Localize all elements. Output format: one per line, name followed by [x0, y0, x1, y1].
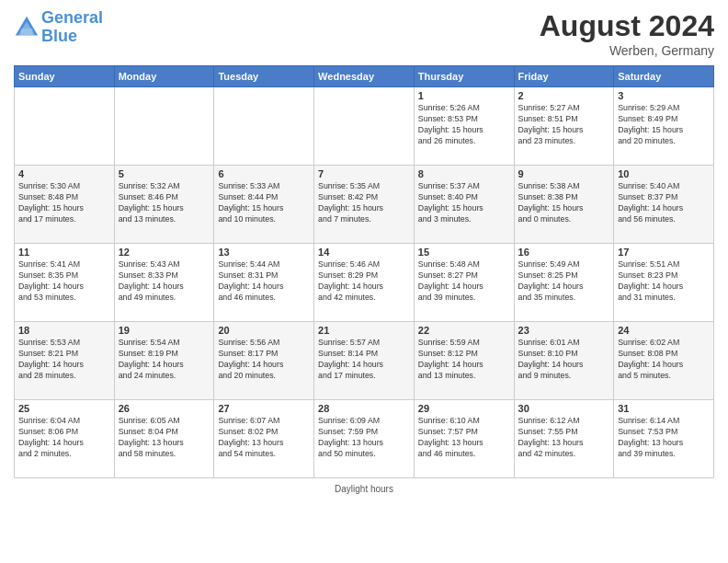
day-number: 23 — [518, 325, 610, 336]
day-cell: 19Sunrise: 5:54 AM Sunset: 8:19 PM Dayli… — [114, 322, 214, 400]
day-number: 4 — [18, 168, 110, 179]
day-number: 5 — [119, 168, 210, 179]
day-header-sunday: Sunday — [15, 66, 115, 87]
calendar-header-row: SundayMondayTuesdayWednesdayThursdayFrid… — [15, 66, 714, 87]
day-number: 31 — [618, 403, 710, 414]
day-number: 12 — [119, 247, 210, 258]
day-number: 13 — [218, 247, 310, 258]
day-info: Sunrise: 6:07 AM Sunset: 8:02 PM Dayligh… — [218, 416, 310, 460]
day-info: Sunrise: 6:10 AM Sunset: 7:57 PM Dayligh… — [418, 416, 510, 460]
day-cell: 25Sunrise: 6:04 AM Sunset: 8:06 PM Dayli… — [15, 400, 115, 478]
day-number: 20 — [218, 325, 310, 336]
logo-blue: Blue — [41, 27, 77, 45]
day-number: 7 — [318, 168, 410, 179]
day-info: Sunrise: 6:04 AM Sunset: 8:06 PM Dayligh… — [18, 416, 110, 460]
day-number: 29 — [418, 403, 510, 414]
day-info: Sunrise: 5:35 AM Sunset: 8:42 PM Dayligh… — [318, 181, 410, 225]
day-cell: 3Sunrise: 5:29 AM Sunset: 8:49 PM Daylig… — [614, 87, 714, 166]
day-cell: 4Sunrise: 5:30 AM Sunset: 8:48 PM Daylig… — [15, 166, 115, 244]
day-cell — [214, 87, 314, 166]
day-number: 30 — [518, 403, 610, 414]
logo-icon — [14, 15, 40, 40]
week-row-4: 18Sunrise: 5:53 AM Sunset: 8:21 PM Dayli… — [15, 322, 714, 400]
day-info: Sunrise: 5:32 AM Sunset: 8:46 PM Dayligh… — [119, 181, 210, 225]
day-number: 16 — [518, 247, 610, 258]
day-info: Sunrise: 5:30 AM Sunset: 8:48 PM Dayligh… — [18, 181, 110, 225]
day-header-monday: Monday — [114, 66, 214, 87]
day-cell: 22Sunrise: 5:59 AM Sunset: 8:12 PM Dayli… — [414, 322, 514, 400]
day-number: 9 — [518, 168, 610, 179]
day-cell: 29Sunrise: 6:10 AM Sunset: 7:57 PM Dayli… — [414, 400, 514, 478]
week-row-1: 1Sunrise: 5:26 AM Sunset: 8:53 PM Daylig… — [15, 87, 714, 166]
day-number: 15 — [418, 247, 510, 258]
day-cell: 21Sunrise: 5:57 AM Sunset: 8:14 PM Dayli… — [314, 322, 415, 400]
day-info: Sunrise: 5:40 AM Sunset: 8:37 PM Dayligh… — [618, 181, 710, 225]
day-cell: 8Sunrise: 5:37 AM Sunset: 8:40 PM Daylig… — [414, 166, 514, 244]
day-cell: 16Sunrise: 5:49 AM Sunset: 8:25 PM Dayli… — [514, 244, 614, 322]
day-info: Sunrise: 5:33 AM Sunset: 8:44 PM Dayligh… — [218, 181, 310, 225]
day-cell — [15, 87, 115, 166]
day-number: 26 — [119, 403, 210, 414]
day-header-thursday: Thursday — [414, 66, 514, 87]
svg-rect-2 — [20, 29, 32, 35]
day-cell: 10Sunrise: 5:40 AM Sunset: 8:37 PM Dayli… — [614, 166, 714, 244]
day-info: Sunrise: 6:05 AM Sunset: 8:04 PM Dayligh… — [119, 416, 210, 460]
day-number: 19 — [119, 325, 210, 336]
day-cell: 14Sunrise: 5:46 AM Sunset: 8:29 PM Dayli… — [314, 244, 415, 322]
day-info: Sunrise: 5:37 AM Sunset: 8:40 PM Dayligh… — [418, 181, 510, 225]
day-info: Sunrise: 6:12 AM Sunset: 7:55 PM Dayligh… — [518, 416, 610, 460]
calendar-table: SundayMondayTuesdayWednesdayThursdayFrid… — [14, 65, 714, 478]
day-cell: 2Sunrise: 5:27 AM Sunset: 8:51 PM Daylig… — [514, 87, 614, 166]
day-number: 25 — [18, 403, 110, 414]
logo-general: General — [41, 8, 103, 27]
day-info: Sunrise: 6:14 AM Sunset: 7:53 PM Dayligh… — [618, 416, 710, 460]
logo: General Blue — [14, 9, 103, 46]
logo-text: General Blue — [41, 9, 103, 46]
footer: Daylight hours — [14, 484, 714, 494]
day-info: Sunrise: 6:09 AM Sunset: 7:59 PM Dayligh… — [318, 416, 410, 460]
day-info: Sunrise: 5:26 AM Sunset: 8:53 PM Dayligh… — [418, 103, 510, 147]
day-info: Sunrise: 5:43 AM Sunset: 8:33 PM Dayligh… — [119, 259, 210, 304]
day-cell: 27Sunrise: 6:07 AM Sunset: 8:02 PM Dayli… — [214, 400, 314, 478]
week-row-2: 4Sunrise: 5:30 AM Sunset: 8:48 PM Daylig… — [15, 166, 714, 244]
day-cell — [314, 87, 415, 166]
day-info: Sunrise: 5:44 AM Sunset: 8:31 PM Dayligh… — [218, 259, 310, 304]
day-number: 1 — [418, 90, 510, 101]
week-row-3: 11Sunrise: 5:41 AM Sunset: 8:35 PM Dayli… — [15, 244, 714, 322]
day-number: 24 — [618, 325, 710, 336]
day-info: Sunrise: 5:49 AM Sunset: 8:25 PM Dayligh… — [518, 259, 610, 304]
day-cell — [114, 87, 214, 166]
day-number: 17 — [618, 247, 710, 258]
day-number: 6 — [218, 168, 310, 179]
day-cell: 6Sunrise: 5:33 AM Sunset: 8:44 PM Daylig… — [214, 166, 314, 244]
day-cell: 20Sunrise: 5:56 AM Sunset: 8:17 PM Dayli… — [214, 322, 314, 400]
day-number: 11 — [18, 247, 110, 258]
day-number: 22 — [418, 325, 510, 336]
day-cell: 11Sunrise: 5:41 AM Sunset: 8:35 PM Dayli… — [15, 244, 115, 322]
title-block: August 2024 Werben, Germany — [540, 9, 714, 58]
day-header-saturday: Saturday — [614, 66, 714, 87]
day-info: Sunrise: 5:38 AM Sunset: 8:38 PM Dayligh… — [518, 181, 610, 225]
week-row-5: 25Sunrise: 6:04 AM Sunset: 8:06 PM Dayli… — [15, 400, 714, 478]
day-number: 2 — [518, 90, 610, 101]
day-cell: 28Sunrise: 6:09 AM Sunset: 7:59 PM Dayli… — [314, 400, 415, 478]
day-number: 28 — [318, 403, 410, 414]
day-number: 18 — [18, 325, 110, 336]
day-cell: 15Sunrise: 5:48 AM Sunset: 8:27 PM Dayli… — [414, 244, 514, 322]
daylight-label: Daylight hours — [335, 484, 393, 494]
day-cell: 24Sunrise: 6:02 AM Sunset: 8:08 PM Dayli… — [614, 322, 714, 400]
day-cell: 13Sunrise: 5:44 AM Sunset: 8:31 PM Dayli… — [214, 244, 314, 322]
page: General Blue August 2024 Werben, Germany… — [0, 0, 728, 563]
day-info: Sunrise: 5:53 AM Sunset: 8:21 PM Dayligh… — [18, 338, 110, 382]
day-info: Sunrise: 5:57 AM Sunset: 8:14 PM Dayligh… — [318, 338, 410, 382]
day-number: 27 — [218, 403, 310, 414]
day-info: Sunrise: 5:27 AM Sunset: 8:51 PM Dayligh… — [518, 103, 610, 147]
day-number: 10 — [618, 168, 710, 179]
day-cell: 31Sunrise: 6:14 AM Sunset: 7:53 PM Dayli… — [614, 400, 714, 478]
day-cell: 5Sunrise: 5:32 AM Sunset: 8:46 PM Daylig… — [114, 166, 214, 244]
month-year: August 2024 — [540, 9, 714, 43]
day-cell: 23Sunrise: 6:01 AM Sunset: 8:10 PM Dayli… — [514, 322, 614, 400]
day-number: 14 — [318, 247, 410, 258]
day-info: Sunrise: 5:46 AM Sunset: 8:29 PM Dayligh… — [318, 259, 410, 304]
location: Werben, Germany — [540, 43, 714, 58]
